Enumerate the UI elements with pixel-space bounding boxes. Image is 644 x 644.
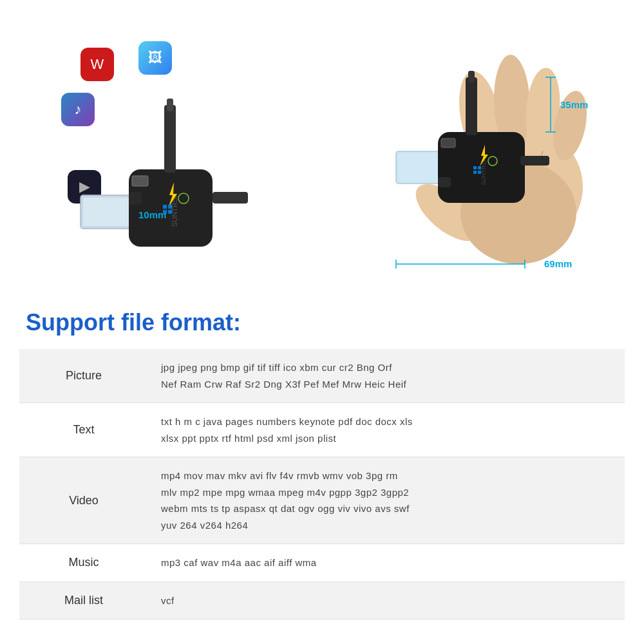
hand-area: SUNTRSI 35mm — [312, 26, 609, 283]
svg-rect-13 — [168, 210, 172, 214]
svg-rect-31 — [438, 177, 451, 187]
format-table: Picturejpg jpeg png bmp gif tif tiff ico… — [19, 349, 625, 620]
svg-text:35mm: 35mm — [560, 99, 588, 110]
svg-rect-26 — [399, 154, 442, 181]
device-left-section: W 🖼 ♪ ▶ SUNT — [29, 19, 299, 290]
category-label: Picture — [19, 349, 148, 403]
svg-rect-1 — [83, 198, 129, 226]
category-label: Music — [19, 544, 148, 582]
svg-rect-28 — [466, 77, 477, 135]
svg-rect-39 — [441, 138, 455, 147]
formats-cell: jpg jpeg png bmp gif tif tiff ico xbm cu… — [148, 349, 625, 403]
device-body-left: SUNTRSI 10mm — [74, 66, 254, 262]
svg-rect-11 — [168, 205, 172, 209]
svg-text:69mm: 69mm — [544, 258, 572, 269]
svg-rect-10 — [163, 205, 167, 209]
support-title: Support file format: — [19, 309, 625, 336]
formats-cell: mp4 mov mav mkv avi flv f4v rmvb wmv vob… — [148, 457, 625, 544]
svg-rect-37 — [473, 171, 477, 174]
category-label: Text — [19, 403, 148, 457]
svg-rect-6 — [129, 192, 142, 205]
svg-rect-3 — [164, 105, 176, 173]
table-row: Musicmp3 caf wav m4a aac aif aiff wma — [19, 544, 625, 582]
formats-cell: txt h m c java pages numbers keynote pdf… — [148, 403, 625, 457]
table-row: Texttxt h m c java pages numbers keynote… — [19, 403, 625, 457]
category-label: Video — [19, 457, 148, 544]
formats-cell: mp3 caf wav m4a aac aif aiff wma — [148, 544, 625, 582]
svg-rect-29 — [468, 71, 475, 82]
dim-10mm-label: 10mm — [138, 209, 166, 220]
svg-rect-14 — [132, 176, 148, 186]
svg-rect-35 — [473, 166, 477, 169]
svg-rect-36 — [478, 166, 481, 169]
svg-rect-4 — [167, 99, 173, 111]
svg-rect-38 — [478, 171, 481, 174]
formats-cell: vcf — [148, 582, 625, 620]
device-right-section: SUNTRSI 35mm — [306, 19, 615, 290]
table-row: Videomp4 mov mav mkv avi flv f4v rmvb wm… — [19, 457, 625, 544]
svg-rect-5 — [213, 192, 248, 204]
svg-rect-30 — [520, 156, 549, 166]
table-row: Mail listvcf — [19, 582, 625, 620]
category-label: Mail list — [19, 582, 148, 620]
bottom-section: Support file format: Picturejpg jpeg png… — [0, 309, 644, 632]
table-row: Picturejpg jpeg png bmp gif tif tiff ico… — [19, 349, 625, 403]
